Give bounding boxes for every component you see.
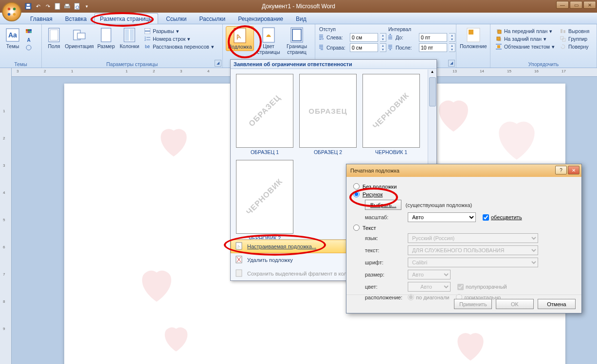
- orientation-icon: [72, 27, 87, 43]
- tab-page-layout[interactable]: Разметка страницы: [94, 13, 158, 24]
- heart-decoration: [488, 113, 546, 166]
- spacing-before-input[interactable]: [419, 33, 447, 42]
- hyphenation-button[interactable]: bēРасстановка переносов ▾: [142, 43, 216, 51]
- rotate-button[interactable]: Поверну: [558, 43, 591, 51]
- size-icon: [98, 27, 114, 43]
- watermark-preview-item[interactable]: ЧЕРНОВИКЧЕРНОВИК 2: [235, 160, 294, 239]
- apply-button[interactable]: Применить: [454, 299, 492, 309]
- spacing-after-input[interactable]: [419, 43, 447, 52]
- font-select: Calibri: [408, 258, 538, 267]
- qat-more-icon[interactable]: ▾: [83, 2, 90, 10]
- cancel-button[interactable]: Отмена: [538, 299, 576, 309]
- themes-button[interactable]: Aa Темы: [3, 26, 22, 50]
- print-icon[interactable]: [63, 2, 71, 10]
- line-numbers-button[interactable]: 12Номера строк ▾: [142, 35, 216, 43]
- page-borders-button[interactable]: Границы страниц: [283, 26, 310, 56]
- tab-mailings[interactable]: Рассылки: [194, 14, 230, 24]
- indent-right-icon: [318, 44, 325, 51]
- indent-right-spinner[interactable]: ▲▼: [380, 43, 386, 52]
- text-radio[interactable]: Текст: [353, 225, 575, 231]
- svg-rect-27: [125, 29, 129, 41]
- theme-effects-button[interactable]: [23, 44, 34, 52]
- svg-rect-14: [26, 29, 28, 31]
- breaks-button[interactable]: Разрывы ▾: [142, 27, 216, 35]
- front-icon: [495, 28, 502, 35]
- size-select: Авто: [408, 270, 451, 279]
- fonts-icon: A: [25, 36, 32, 43]
- pagecolor-icon: [261, 27, 276, 43]
- close-button[interactable]: ✕: [583, 1, 596, 9]
- page-color-button[interactable]: Цвет страницы: [255, 26, 282, 56]
- minimize-button[interactable]: —: [556, 1, 569, 9]
- preview-icon[interactable]: [73, 2, 81, 10]
- effects-icon: [25, 44, 32, 51]
- maximize-button[interactable]: ▭: [570, 1, 582, 9]
- columns-button[interactable]: Колонки: [118, 26, 141, 50]
- ribbon-tabs: Главная Вставка Разметка страницы Ссылки…: [0, 13, 597, 24]
- picture-radio[interactable]: Рисунок: [353, 191, 575, 197]
- heart-decoration: [152, 122, 196, 161]
- svg-rect-49: [561, 36, 563, 39]
- semitransparent-checkbox: полупрозрачный: [457, 284, 507, 290]
- tab-home[interactable]: Главная: [25, 14, 57, 24]
- indent-left-input[interactable]: [350, 33, 378, 42]
- group-arrange: На передний план ▾ На задний план ▾ Обте…: [490, 24, 597, 68]
- tab-view[interactable]: Вид: [291, 14, 311, 24]
- redo-icon[interactable]: ↷: [44, 2, 52, 10]
- svg-rect-19: [30, 31, 32, 33]
- svg-rect-55: [236, 270, 242, 277]
- dialog-help-button[interactable]: ?: [555, 166, 567, 174]
- dialog-body: Без подложки Рисунок Выбрать... (существ…: [346, 177, 581, 308]
- save-icon[interactable]: [24, 2, 32, 10]
- pagesetup-launcher[interactable]: ◢: [215, 60, 221, 67]
- paragraph-launcher[interactable]: ◢: [448, 60, 455, 67]
- columns-icon: [122, 27, 137, 43]
- watermark-preview-item[interactable]: ЧЕРНОВИКЧЕРНОВИК 1: [362, 74, 420, 155]
- hyphen-icon: bē: [144, 43, 151, 50]
- group-label-themes: Темы: [0, 61, 41, 67]
- vertical-ruler[interactable]: 123456789: [0, 68, 12, 364]
- position-button[interactable]: Положение: [459, 26, 488, 50]
- heart-decoration: [132, 263, 181, 307]
- group-button[interactable]: Группир: [558, 35, 591, 43]
- tab-review[interactable]: Рецензирование: [233, 14, 288, 24]
- watermark-preview-item[interactable]: ОБРАЗЕЦОБРАЗЕЦ 2: [299, 74, 357, 155]
- align-button[interactable]: Выровня: [558, 27, 591, 35]
- size-button[interactable]: Размер: [95, 26, 117, 50]
- gallery-header: Заявления об ограничении ответственности: [231, 60, 436, 69]
- group-label-arrange: Упорядочить: [490, 61, 597, 67]
- group-page-setup: Поля Ориентация Размер Колонки Разрывы ▾…: [42, 24, 223, 68]
- send-back-button[interactable]: На задний план ▾: [493, 35, 557, 43]
- watermark-button[interactable]: A Подложка: [226, 26, 254, 51]
- watermark-preview-item[interactable]: ОБРАЗЕЦОБРАЗЕЦ 1: [235, 74, 294, 155]
- orientation-button[interactable]: Ориентация: [64, 26, 94, 50]
- scale-select[interactable]: Авто: [408, 212, 476, 222]
- svg-text:Aa: Aa: [8, 31, 17, 39]
- new-icon[interactable]: [54, 2, 61, 10]
- title-bar: ↶ ↷ ▾ Документ1 - Microsoft Word — ▭ ✕: [0, 0, 597, 13]
- bring-front-button[interactable]: На передний план ▾: [493, 27, 557, 35]
- svg-rect-41: [469, 30, 473, 35]
- no-watermark-radio[interactable]: Без подложки: [353, 183, 575, 190]
- margins-button[interactable]: Поля: [45, 26, 63, 50]
- spacing-before-spinner[interactable]: ▲▼: [449, 33, 455, 42]
- svg-rect-16: [30, 29, 32, 31]
- svg-rect-46: [497, 45, 500, 48]
- indent-left-spinner[interactable]: ▲▼: [380, 33, 386, 42]
- ok-button[interactable]: OK: [496, 299, 534, 309]
- tab-insert[interactable]: Вставка: [60, 14, 92, 24]
- office-button[interactable]: [2, 2, 21, 21]
- text-wrap-button[interactable]: Обтекание текстом ▾: [493, 43, 557, 51]
- undo-icon[interactable]: ↶: [34, 2, 42, 10]
- svg-rect-7: [55, 3, 60, 10]
- select-picture-button[interactable]: Выбрать...: [365, 200, 401, 210]
- washout-checkbox[interactable]: обесцветить: [483, 214, 522, 221]
- text-select: ДЛЯ СЛУЖЕБНОГО ПОЛЬЗОВАНИЯ: [408, 245, 538, 255]
- dialog-titlebar[interactable]: Печатная подложка ? ✕: [346, 164, 581, 177]
- spacing-after-spinner[interactable]: ▲▼: [449, 43, 455, 52]
- indent-right-input[interactable]: [350, 43, 378, 52]
- theme-colors-button[interactable]: [23, 28, 34, 36]
- theme-fonts-button[interactable]: A: [23, 36, 34, 44]
- tab-references[interactable]: Ссылки: [161, 14, 191, 24]
- dialog-close-button[interactable]: ✕: [568, 166, 579, 174]
